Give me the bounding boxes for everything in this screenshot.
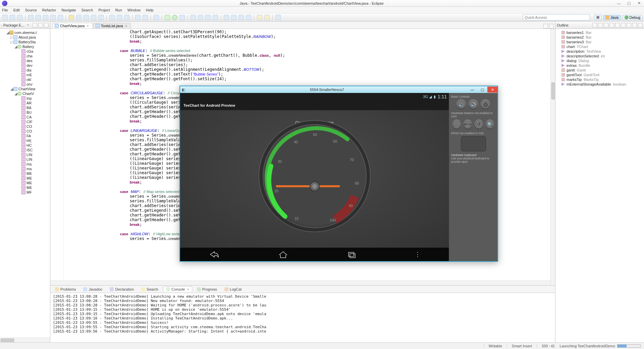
tree-row[interactable]: ▷About.java — [0, 35, 50, 40]
tool-button[interactable] — [98, 15, 104, 20]
tool-button[interactable] — [69, 15, 74, 20]
bottom-tab-search[interactable]: Search — [139, 287, 161, 292]
menu-run[interactable]: Run — [115, 8, 122, 12]
tree-row[interactable]: ma — [0, 162, 50, 166]
view-icon[interactable] — [632, 23, 637, 28]
tree-row[interactable]: ma — [0, 166, 50, 171]
bottom-tab-logcat[interactable]: LogCat — [222, 287, 244, 292]
debug-button[interactable] — [165, 15, 170, 20]
tree-row[interactable]: LIN — [0, 152, 50, 157]
view-icon[interactable] — [615, 23, 620, 28]
close-icon[interactable]: × — [125, 24, 127, 28]
outline-item[interactable]: ganttTool : GanttTool — [555, 72, 644, 77]
new-button[interactable] — [2, 15, 8, 20]
outline-item[interactable]: barseries2 : Bar — [555, 35, 644, 40]
tree-row[interactable]: HI( — [0, 138, 50, 143]
tool-button[interactable] — [28, 15, 34, 20]
tool-button[interactable] — [50, 15, 56, 20]
console-output[interactable]: [2015-01-23 13:08:28 - TeeChartAndroidDe… — [50, 293, 555, 342]
debug-perspective-button[interactable]: Debug — [622, 15, 643, 20]
package-explorer-tree[interactable]: ◢com.steema.t▷About.java▷BatterySta◢Batt… — [0, 29, 50, 342]
save-button[interactable] — [10, 15, 15, 20]
outline-item[interactable]: barseries3 : Bar — [555, 40, 644, 44]
tool-button[interactable] — [76, 15, 82, 20]
tree-row[interactable]: cha — [0, 54, 50, 58]
view-icon[interactable] — [592, 23, 597, 28]
tree-row[interactable]: ME — [0, 185, 50, 190]
maximize-button[interactable]: ▢ — [624, 0, 634, 6]
outline-item[interactable]: description : TextView — [555, 49, 644, 54]
menu-project[interactable]: Project — [98, 8, 110, 12]
outline-item[interactable]: mExternalStorageAvailable : boolean — [555, 82, 644, 87]
emulator-minimize-button[interactable]: — — [467, 87, 477, 93]
view-icon[interactable] — [604, 23, 608, 28]
horizontal-scrollbar[interactable] — [0, 338, 50, 342]
tool-button[interactable] — [198, 15, 203, 20]
tool-button[interactable] — [213, 15, 218, 20]
outline-item[interactable]: dialog : Dialog — [555, 58, 644, 63]
outline-item[interactable]: extras : Bundle — [555, 63, 644, 68]
nav-menu-button[interactable]: ⋮ — [415, 251, 421, 258]
tree-row[interactable]: ME — [0, 171, 50, 176]
tool-button[interactable] — [231, 15, 236, 20]
outline-item[interactable]: barseries1 : Bar — [555, 30, 644, 35]
tree-row[interactable]: ◢ChartV — [0, 91, 50, 96]
tree-row[interactable]: BU — [0, 110, 50, 115]
tree-row[interactable]: FA — [0, 134, 50, 138]
bottom-tab-problems[interactable]: Problems — [52, 287, 78, 292]
tool-button[interactable] — [124, 15, 129, 20]
outline-item[interactable]: marksTip : MarksTip — [555, 77, 644, 82]
search-hw-button[interactable]: 🔍 — [485, 119, 494, 130]
run-button[interactable] — [172, 15, 177, 20]
minimize-view-icon[interactable] — [543, 24, 548, 29]
tool-button[interactable] — [135, 15, 141, 20]
tree-row[interactable]: dev — [0, 63, 50, 68]
nav-home-button[interactable] — [277, 250, 289, 258]
nav-back-button[interactable] — [208, 250, 220, 258]
tool-button[interactable] — [275, 15, 281, 20]
view-icon[interactable] — [627, 23, 631, 28]
tree-row[interactable]: ◢Battery — [0, 44, 50, 49]
tool-button[interactable] — [205, 15, 211, 20]
tree-row[interactable]: okl — [0, 77, 50, 82]
volume-up-button[interactable]: 🔊 — [468, 99, 478, 109]
tree-row[interactable]: ◢com.steema.t — [0, 30, 50, 35]
view-icon[interactable] — [38, 23, 43, 28]
minimize-button[interactable]: — — [614, 0, 624, 6]
close-icon[interactable]: × — [187, 287, 189, 291]
maximize-view-icon[interactable] — [549, 24, 554, 29]
bottom-tab-declaration[interactable]: Declaration — [107, 287, 137, 292]
tree-row[interactable]: LIN — [0, 157, 50, 162]
close-icon[interactable]: × — [25, 23, 30, 28]
tree-row[interactable]: HC — [0, 143, 50, 148]
tree-row[interactable]: ◢ChartView — [0, 87, 50, 91]
emulator-maximize-button[interactable]: ▢ — [477, 87, 487, 93]
tool-button[interactable] — [43, 15, 48, 20]
view-icon[interactable] — [621, 23, 626, 28]
tool-button[interactable] — [143, 15, 148, 20]
menu-search[interactable]: Search — [82, 8, 93, 12]
tree-row[interactable]: cGa — [0, 49, 50, 54]
tree-row[interactable]: ▷BatterySta — [0, 40, 50, 44]
tree-row[interactable]: Inp — [0, 96, 50, 101]
tree-row[interactable]: des — [0, 58, 50, 63]
menu-refactor[interactable]: Refactor — [42, 8, 56, 12]
view-icon[interactable] — [638, 23, 643, 28]
bottom-tab-progress[interactable]: Progress — [194, 287, 220, 292]
dpad[interactable] — [461, 136, 486, 151]
tree-row[interactable]: dia — [0, 68, 50, 72]
horizontal-scrollbar[interactable] — [50, 281, 550, 285]
tree-row[interactable]: mE — [0, 72, 50, 77]
vertical-scrollbar[interactable] — [550, 29, 555, 285]
save-all-button[interactable] — [17, 15, 22, 20]
tool-button[interactable] — [109, 15, 115, 20]
tool-button[interactable] — [191, 15, 196, 20]
volume-button[interactable]: 🔈 — [456, 99, 466, 109]
menu-file[interactable]: File — [2, 8, 8, 12]
outline-item[interactable]: descriptionSelected : int — [555, 54, 644, 58]
menu-help[interactable]: Help — [146, 8, 154, 12]
nav-recent-button[interactable] — [346, 250, 358, 258]
tool-button[interactable] — [91, 15, 96, 20]
tree-row[interactable]: ME — [0, 181, 50, 185]
java-perspective-button[interactable]: Java — [603, 15, 621, 20]
